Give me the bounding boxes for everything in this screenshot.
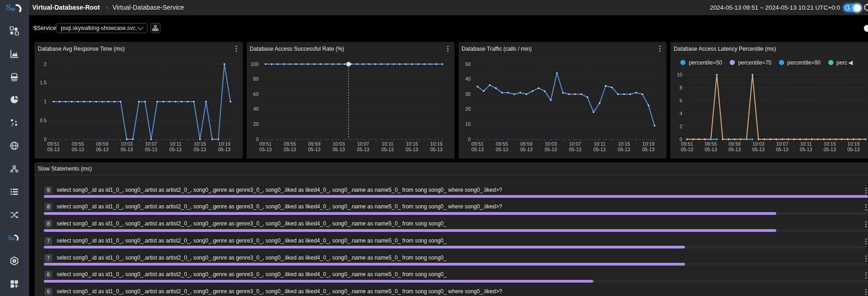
svg-text:10:03: 10:03 xyxy=(544,141,556,147)
svg-text:05-13: 05-13 xyxy=(776,147,789,152)
svg-text:05-13: 05-13 xyxy=(357,147,369,152)
svg-text:05-13: 05-13 xyxy=(283,147,296,152)
svg-text:05-13: 05-13 xyxy=(824,147,836,152)
svg-text:09:59: 09:59 xyxy=(308,141,320,147)
svg-text:10: 10 xyxy=(465,121,471,127)
svg-text:10:03: 10:03 xyxy=(121,141,133,147)
svg-text:05-13: 05-13 xyxy=(800,147,812,152)
svg-text:10:19: 10:19 xyxy=(848,141,860,147)
svg-text:05-13: 05-13 xyxy=(642,147,655,152)
svg-text:09:51: 09:51 xyxy=(681,141,693,147)
svg-text:09:51: 09:51 xyxy=(47,141,59,147)
svg-text:0: 0 xyxy=(256,136,259,142)
svg-text:05-13: 05-13 xyxy=(194,147,206,152)
svg-text:10:15: 10:15 xyxy=(406,141,418,147)
svg-text:05-13: 05-13 xyxy=(381,147,394,152)
svg-text:09:59: 09:59 xyxy=(96,141,108,147)
svg-text:05-13: 05-13 xyxy=(569,147,581,152)
svg-text:09:55: 09:55 xyxy=(72,141,84,147)
svg-text:05-13: 05-13 xyxy=(593,147,606,152)
svg-text:80: 80 xyxy=(253,76,259,82)
svg-text:05-13: 05-13 xyxy=(218,147,230,152)
svg-text:10:11: 10:11 xyxy=(170,141,182,147)
svg-text:10: 10 xyxy=(677,72,683,77)
svg-text:05-13: 05-13 xyxy=(471,147,484,152)
svg-text:10:03: 10:03 xyxy=(333,141,345,147)
svg-text:09:51: 09:51 xyxy=(471,141,483,147)
svg-text:05-13: 05-13 xyxy=(169,147,182,152)
svg-text:60: 60 xyxy=(253,91,259,97)
svg-text:05-13: 05-13 xyxy=(848,147,860,152)
svg-text:10:07: 10:07 xyxy=(569,141,581,147)
svg-text:40: 40 xyxy=(253,106,259,112)
svg-text:05-13: 05-13 xyxy=(496,147,508,152)
svg-text:10:11: 10:11 xyxy=(800,141,812,147)
svg-text:05-13: 05-13 xyxy=(145,147,157,152)
svg-text:2: 2 xyxy=(680,124,683,129)
svg-text:10:07: 10:07 xyxy=(145,141,157,147)
svg-text:10:15: 10:15 xyxy=(618,141,630,147)
svg-text:2: 2 xyxy=(44,61,47,67)
svg-text:0: 0 xyxy=(44,136,47,142)
svg-text:4: 4 xyxy=(680,111,683,116)
svg-text:05-13: 05-13 xyxy=(520,147,532,152)
svg-text:05-13: 05-13 xyxy=(47,147,60,152)
svg-text:05-13: 05-13 xyxy=(729,147,741,152)
svg-text:09:55: 09:55 xyxy=(705,141,717,147)
svg-text:10:11: 10:11 xyxy=(382,141,394,147)
svg-text:10:19: 10:19 xyxy=(218,141,230,147)
svg-text:09:55: 09:55 xyxy=(496,141,508,147)
svg-text:10:19: 10:19 xyxy=(642,141,654,147)
svg-text:05-13: 05-13 xyxy=(72,147,84,152)
svg-text:05-13: 05-13 xyxy=(259,147,272,152)
svg-text:30: 30 xyxy=(465,91,471,97)
svg-text:09:51: 09:51 xyxy=(260,141,272,147)
svg-text:6: 6 xyxy=(680,98,683,103)
svg-text:40: 40 xyxy=(465,76,471,82)
svg-text:05-13: 05-13 xyxy=(120,147,133,152)
svg-text:20: 20 xyxy=(465,106,471,112)
svg-text:1.5: 1.5 xyxy=(40,80,47,85)
svg-text:1: 1 xyxy=(44,99,47,104)
svg-text:10:19: 10:19 xyxy=(430,141,442,147)
svg-text:10:15: 10:15 xyxy=(194,141,206,147)
svg-text:10:03: 10:03 xyxy=(753,141,765,147)
svg-text:50: 50 xyxy=(465,61,471,67)
svg-text:10:07: 10:07 xyxy=(776,141,788,147)
svg-text:09:55: 09:55 xyxy=(284,141,296,147)
svg-text:05-13: 05-13 xyxy=(308,147,320,152)
svg-text:05-13: 05-13 xyxy=(618,147,630,152)
svg-text:8: 8 xyxy=(680,85,683,90)
svg-text:09:59: 09:59 xyxy=(729,141,741,147)
svg-text:09:59: 09:59 xyxy=(520,141,532,147)
svg-text:05-13: 05-13 xyxy=(705,147,717,152)
svg-text:05-13: 05-13 xyxy=(406,147,418,152)
svg-text:10:07: 10:07 xyxy=(357,141,369,147)
svg-text:05-13: 05-13 xyxy=(544,147,557,152)
svg-text:100: 100 xyxy=(250,61,259,67)
svg-text:05-13: 05-13 xyxy=(430,147,443,152)
svg-text:20: 20 xyxy=(253,121,259,127)
svg-text:05-13: 05-13 xyxy=(332,147,345,152)
svg-text:10:15: 10:15 xyxy=(824,141,836,147)
svg-text:0.5: 0.5 xyxy=(40,118,47,123)
svg-text:05-13: 05-13 xyxy=(96,147,108,152)
svg-text:05-13: 05-13 xyxy=(681,147,693,152)
svg-text:0: 0 xyxy=(468,136,471,142)
svg-text:05-13: 05-13 xyxy=(752,147,765,152)
svg-text:10:11: 10:11 xyxy=(594,141,606,147)
